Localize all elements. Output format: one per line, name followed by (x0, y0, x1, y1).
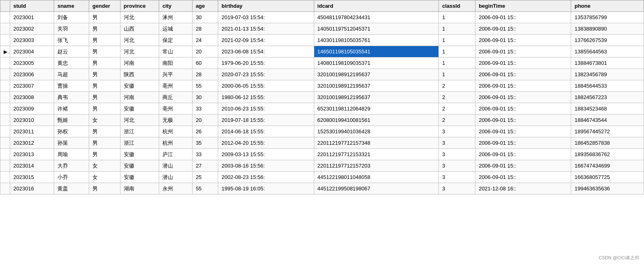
cell-phone: 18834523468 (571, 103, 644, 115)
header-indicator (0, 0, 10, 12)
cell-gender: 男 (89, 149, 120, 160)
cell-sname: 孙权 (54, 126, 89, 137)
cell-birthday: 2021-01-13 15:54: (218, 23, 314, 35)
cell-stuid: 2023014 (10, 160, 54, 172)
table-row[interactable]: 2023016黄盖男湖南永州551995-08-19 16:05:4451221… (0, 183, 644, 194)
cell-phone: 189567445272 (571, 126, 644, 137)
table-row[interactable]: 2023001刘备男河北涿州302019-07-03 15:54:4504811… (0, 12, 644, 23)
cell-classid: 3 (439, 137, 475, 149)
cell-begintime: 2006-09-01 15:: (475, 126, 571, 137)
header-age: age (192, 0, 218, 12)
row-indicator (0, 35, 10, 46)
cell-city: 杭州 (159, 126, 192, 137)
cell-birthday: 2010-06-23 15:55: (218, 103, 314, 115)
cell-gender: 男 (89, 57, 120, 69)
row-indicator (0, 80, 10, 92)
cell-birthday: 2014-06-18 15:55: (218, 126, 314, 137)
cell-province: 浙江 (120, 137, 159, 149)
cell-phone: 13823456789 (571, 69, 644, 80)
row-indicator (0, 103, 10, 115)
cell-age: 60 (192, 57, 218, 69)
table-row[interactable]: 2023010甄姬女河北无极202019-07-18 15:55:6208001… (0, 115, 644, 126)
cell-city: 无极 (159, 115, 192, 126)
cell-birthday: 2020-07-23 15:55: (218, 69, 314, 80)
cell-idcard: 140301198105035761 (314, 35, 439, 46)
cell-age: 30 (192, 92, 218, 103)
table-row[interactable]: 2023014大乔女安徽潜山272003-08-16 15:56:2201121… (0, 160, 644, 172)
cell-classid: 1 (439, 35, 475, 46)
table-row[interactable]: 2023006马超男陕西兴平282020-07-23 15:55:3201001… (0, 69, 644, 80)
cell-phone: 199463635636 (571, 183, 644, 194)
row-indicator (0, 149, 10, 160)
cell-gender: 女 (89, 160, 120, 172)
cell-birthday: 2002-08-23 15:56: (218, 172, 314, 183)
cell-province: 安徽 (120, 172, 159, 183)
cell-begintime: 2006-09-01 15:: (475, 160, 571, 172)
cell-sname: 甄姬 (54, 115, 89, 126)
cell-province: 浙江 (120, 126, 159, 137)
cell-sname: 大乔 (54, 160, 89, 172)
cell-gender: 男 (89, 103, 120, 115)
cell-classid: 2 (439, 115, 475, 126)
cell-city: 运城 (159, 23, 192, 35)
table-row[interactable]: 2023012孙策男浙江杭州352012-04-20 15:55:2201121… (0, 137, 644, 149)
row-indicator (0, 23, 10, 35)
table-row[interactable]: 2023007曹操男安徽亳州552000-06-05 15:55:3201001… (0, 80, 644, 92)
cell-classid: 2 (439, 103, 475, 115)
table-row[interactable]: 2023003张飞男河北保定242021-02-09 15:54:1403011… (0, 35, 644, 46)
table-row[interactable]: ▶2023004赵云男河北常山202023-06-08 15:54:146501… (0, 46, 644, 57)
cell-city: 亳州 (159, 103, 192, 115)
cell-phone: 13766267539 (571, 35, 644, 46)
cell-phone: 166368057725 (571, 172, 644, 183)
cell-begintime: 2006-09-01 15:: (475, 137, 571, 149)
cell-age: 30 (192, 12, 218, 23)
row-indicator (0, 57, 10, 69)
row-indicator (0, 69, 10, 80)
cell-phone: 166747434699 (571, 160, 644, 172)
cell-phone: 18846743544 (571, 115, 644, 126)
table-row[interactable]: 2023011孙权男浙江杭州262014-06-18 15:55:1525301… (0, 126, 644, 137)
cell-stuid: 2023016 (10, 183, 54, 194)
cell-birthday: 2021-02-09 15:54: (218, 35, 314, 46)
cell-gender: 女 (89, 115, 120, 126)
cell-begintime: 2006-09-01 15:: (475, 92, 571, 103)
header-classid: classId (439, 0, 475, 12)
cell-gender: 男 (89, 46, 120, 57)
table-row[interactable]: 2023015小乔女安徽潜山252002-08-23 15:56:4451221… (0, 172, 644, 183)
cell-stuid: 2023005 (10, 57, 54, 69)
cell-city: 保定 (159, 35, 192, 46)
cell-sname: 张飞 (54, 35, 89, 46)
table-row[interactable]: 2023005黄忠男河南南阳601979-06-20 15:55:1408011… (0, 57, 644, 69)
cell-sname: 孙策 (54, 137, 89, 149)
cell-province: 安徽 (120, 103, 159, 115)
table-row[interactable]: 2023002关羽男山西运城282021-01-13 15:54:1405011… (0, 23, 644, 35)
cell-gender: 男 (89, 183, 120, 194)
cell-birthday: 1995-08-19 16:05: (218, 183, 314, 194)
data-table-container: stuId sname gender province city age bir… (0, 0, 644, 194)
cell-idcard: 152530199401036428 (314, 126, 439, 137)
row-indicator (0, 92, 10, 103)
cell-age: 55 (192, 183, 218, 194)
cell-stuid: 2023004 (10, 46, 54, 57)
cell-stuid: 2023015 (10, 172, 54, 183)
cell-province: 山西 (120, 23, 159, 35)
cell-gender: 男 (89, 92, 120, 103)
cell-phone: 18824567223 (571, 92, 644, 103)
cell-age: 35 (192, 137, 218, 149)
cell-age: 28 (192, 69, 218, 80)
cell-province: 安徽 (120, 149, 159, 160)
cell-city: 潜山 (159, 172, 192, 183)
table-row[interactable]: 2023008典韦男河南商丘301980-06-12 15:55:3201001… (0, 92, 644, 103)
cell-begintime: 2006-09-01 15:: (475, 12, 571, 23)
cell-idcard: 450481197804234431 (314, 12, 439, 23)
cell-sname: 曹操 (54, 80, 89, 92)
cell-begintime: 2006-09-01 15:: (475, 35, 571, 46)
header-birthday: birthday (218, 0, 314, 12)
cell-begintime: 2006-09-01 15:: (475, 103, 571, 115)
cell-birthday: 2019-07-18 15:55: (218, 115, 314, 126)
cell-classid: 2 (439, 92, 475, 103)
header-gender: gender (89, 0, 120, 12)
table-row[interactable]: 2023013周瑜男安徽庐江332009-03-13 15:55:2201121… (0, 149, 644, 160)
cell-idcard: 220112197712153321 (314, 149, 439, 160)
table-row[interactable]: 2023009许褚男安徽亳州332010-06-23 15:55:6523011… (0, 103, 644, 115)
